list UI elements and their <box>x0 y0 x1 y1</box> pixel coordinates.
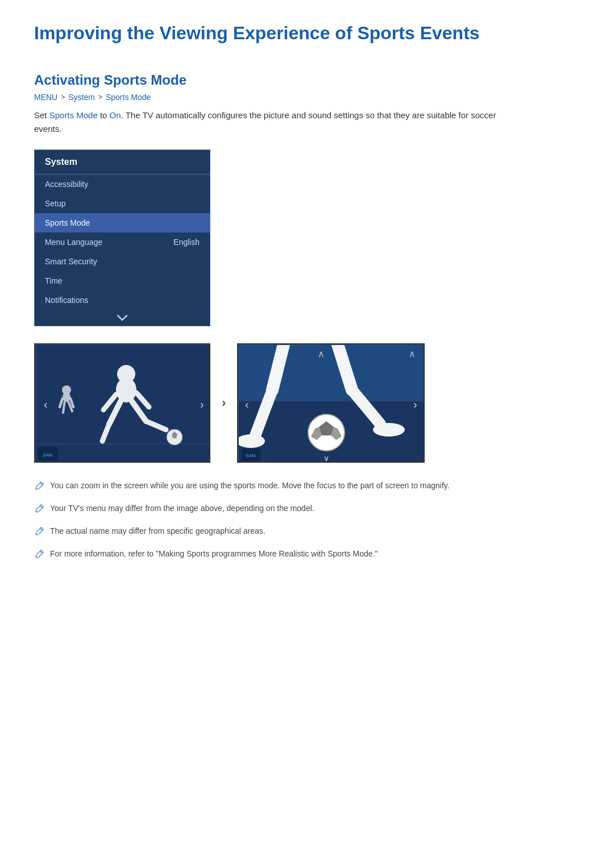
pencil-icon <box>34 481 44 495</box>
before-image: SAM ‹ › <box>34 343 210 463</box>
svg-point-3 <box>117 365 135 383</box>
menu-item-label: Menu Language <box>45 238 102 247</box>
menu-item-label: Smart Security <box>45 257 97 266</box>
svg-text:‹: ‹ <box>44 398 48 410</box>
svg-text:›: › <box>413 398 417 410</box>
page-title: Improving the Viewing Experience of Spor… <box>34 23 580 49</box>
note-item: Your TV's menu may differ from the image… <box>34 502 546 517</box>
svg-text:›: › <box>200 398 204 410</box>
comparison-arrow: › <box>222 396 226 410</box>
menu-item-sports-mode[interactable]: Sports Mode <box>35 213 210 232</box>
menu-item-label: Sports Mode <box>45 218 90 227</box>
system-menu-header: System <box>35 150 210 175</box>
svg-line-46 <box>40 483 43 485</box>
svg-line-53 <box>36 557 37 558</box>
menu-item-value: English <box>173 238 200 247</box>
svg-point-14 <box>63 392 70 402</box>
section-description: Set Sports Mode to On. The TV automatica… <box>34 109 523 136</box>
note-item: The actual name may differ from specific… <box>34 525 546 540</box>
menu-item-smart-security[interactable]: Smart Security <box>35 252 210 271</box>
menu-item-label: Notifications <box>45 296 88 305</box>
svg-line-47 <box>36 489 37 490</box>
menu-scroll-down[interactable] <box>35 310 210 326</box>
note-text: Your TV's menu may differ from the image… <box>50 502 314 514</box>
svg-line-51 <box>36 534 37 535</box>
svg-text:∧: ∧ <box>409 349 416 359</box>
svg-line-17 <box>63 402 65 413</box>
breadcrumb-system: System <box>68 93 95 102</box>
menu-item-notifications[interactable]: Notifications <box>35 290 210 310</box>
breadcrumb-arrow-1: > <box>61 93 65 101</box>
breadcrumb-arrow-2: > <box>98 93 102 101</box>
svg-line-49 <box>36 512 37 513</box>
svg-text:∧: ∧ <box>318 349 325 359</box>
pencil-icon <box>34 526 44 540</box>
menu-item-label: Accessibility <box>45 180 88 189</box>
sports-mode-highlight: Sports Mode <box>49 110 98 120</box>
svg-text:SAM: SAM <box>246 453 256 458</box>
menu-item-accessibility[interactable]: Accessibility <box>35 175 210 194</box>
menu-item-label: Time <box>45 276 63 285</box>
menu-item-setup[interactable]: Setup <box>35 194 210 213</box>
note-item: You can zoom in the screen while you are… <box>34 480 546 495</box>
system-menu: System Accessibility Setup Sports Mode M… <box>34 149 210 326</box>
images-comparison: SAM ‹ › › <box>34 343 580 463</box>
menu-item-label: Setup <box>45 199 66 208</box>
svg-text:‹: ‹ <box>245 398 249 410</box>
svg-point-32 <box>373 423 405 437</box>
pencil-icon <box>34 549 44 563</box>
svg-line-52 <box>40 551 43 554</box>
pencil-icon <box>34 504 44 517</box>
note-text: You can zoom in the screen while you are… <box>50 480 450 492</box>
breadcrumb-menu: MENU <box>34 93 57 102</box>
breadcrumb-sports-mode: Sports Mode <box>106 93 151 102</box>
svg-line-48 <box>40 506 43 508</box>
menu-item-menu-language[interactable]: Menu Language English <box>35 232 210 252</box>
menu-item-time[interactable]: Time <box>35 271 210 290</box>
breadcrumb: MENU > System > Sports Mode <box>34 93 580 102</box>
svg-text:SAM: SAM <box>43 452 53 458</box>
note-text: The actual name may differ from specific… <box>50 525 265 537</box>
svg-text:∨: ∨ <box>323 454 329 463</box>
notes-list: You can zoom in the screen while you are… <box>34 480 580 563</box>
on-highlight: On <box>110 110 121 120</box>
svg-line-50 <box>40 529 43 531</box>
section-title: Activating Sports Mode <box>34 72 580 88</box>
after-image: ∧ ∧ SAM ‹ › ∨ <box>237 343 425 463</box>
note-item: For more information, refer to "Making S… <box>34 548 546 563</box>
note-text: For more information, refer to "Making S… <box>50 548 377 560</box>
